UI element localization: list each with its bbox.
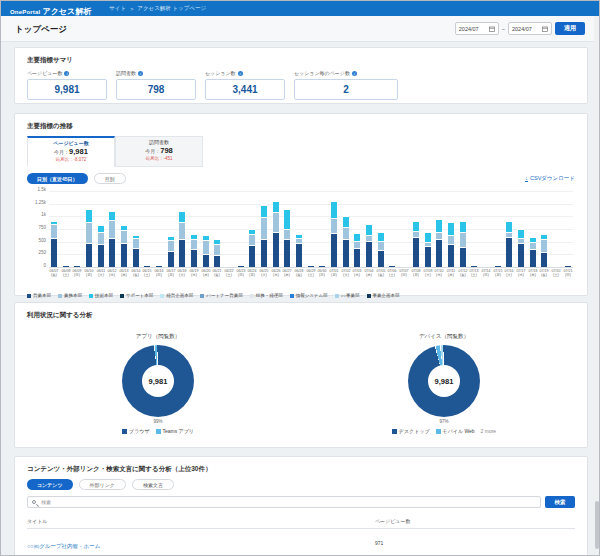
bar-06/20(木)[interactable] bbox=[203, 234, 209, 267]
content-link[interactable]: ○○㈱グループ社内報・ホーム bbox=[27, 543, 100, 549]
bar-segment bbox=[261, 217, 267, 239]
scrollbar-thumb[interactable] bbox=[595, 501, 599, 549]
bar-06/27(木)[interactable] bbox=[284, 208, 290, 267]
bar-06/26(水)[interactable] bbox=[273, 200, 279, 267]
bar-07/08(月)[interactable] bbox=[413, 220, 419, 267]
legend-item: パートナー営業部 bbox=[200, 293, 242, 298]
donut-device[interactable]: 9,981 bbox=[408, 345, 480, 417]
bar-06/17(月)[interactable] bbox=[168, 235, 174, 267]
filter-external-links[interactable]: 外部リンク bbox=[79, 479, 126, 490]
bar-07/17(水)[interactable] bbox=[518, 228, 524, 267]
bar-06/12(水)[interactable] bbox=[109, 210, 115, 267]
content-filter-tabs: コンテンツ 外部リンク 検索文言 bbox=[27, 479, 575, 490]
bar-06/23(日)[interactable] bbox=[238, 263, 244, 267]
x-tick: 06/13(木) bbox=[121, 269, 127, 281]
bar-07/12(金)[interactable] bbox=[460, 220, 466, 267]
bar-segment bbox=[413, 237, 419, 267]
bar-06/28(金)[interactable] bbox=[296, 233, 302, 267]
table-row: ○○㈱グループ社内報・ホーム 971 bbox=[27, 529, 575, 556]
bar-07/11(木)[interactable] bbox=[448, 221, 454, 267]
tab-visitors[interactable]: 訪問者数 今月：798 前月比：-451 bbox=[115, 136, 203, 167]
x-tick: 06/16(日) bbox=[156, 269, 162, 281]
bar-06/11(火)[interactable] bbox=[98, 224, 104, 267]
bar-07/14(日)[interactable] bbox=[483, 264, 489, 267]
legend-label: 業務本部 bbox=[64, 293, 82, 298]
table-header: タイトル ページビュー数 bbox=[27, 515, 575, 529]
x-tick: 06/12(水) bbox=[109, 269, 115, 281]
bar-06/10(月)[interactable] bbox=[86, 208, 92, 267]
bar-07/06(土)[interactable] bbox=[389, 263, 395, 267]
filter-contents[interactable]: コンテンツ bbox=[27, 479, 73, 490]
bar-06/16(日)[interactable] bbox=[156, 263, 162, 267]
bar-06/09(日)[interactable] bbox=[74, 263, 80, 267]
breadcrumb-site[interactable]: サイト bbox=[109, 5, 126, 12]
bar-07/18(木)[interactable] bbox=[530, 236, 536, 267]
legend-label: パートナー営業部 bbox=[206, 293, 242, 298]
search-input[interactable] bbox=[39, 498, 536, 506]
kpi-value: 3,441 bbox=[205, 79, 285, 100]
info-icon[interactable] bbox=[64, 71, 69, 76]
bar-06/18(火)[interactable] bbox=[179, 210, 185, 267]
info-icon[interactable] bbox=[238, 71, 243, 76]
bar-segment bbox=[168, 240, 174, 252]
bar-07/09(火)[interactable] bbox=[425, 231, 431, 267]
tab-pageviews[interactable]: ページビュー数 今月：9,981 前月比：-8,072 bbox=[27, 136, 115, 167]
search-button[interactable]: 検索 bbox=[545, 496, 575, 508]
page-head: トップページ 2024/07 ~ 2024/07 適用 bbox=[1, 16, 599, 42]
x-tick-label: 07/21(日) bbox=[563, 269, 572, 277]
info-icon[interactable] bbox=[352, 71, 357, 76]
bar-06/15(土)[interactable] bbox=[144, 263, 150, 267]
bar-07/19(金)[interactable] bbox=[541, 233, 547, 267]
legend-swatch bbox=[335, 294, 339, 298]
csv-download-link[interactable]: ↓CSVダウンロード bbox=[525, 175, 575, 182]
bar-segment bbox=[226, 266, 232, 267]
kpi-label: セッション数 bbox=[205, 70, 236, 76]
bar-06/30(日)[interactable] bbox=[319, 263, 325, 267]
bar-segment bbox=[98, 244, 104, 267]
bar-07/13(土)[interactable] bbox=[471, 263, 477, 267]
bar-06/25(火)[interactable] bbox=[261, 204, 267, 267]
bar-07/01(月)[interactable] bbox=[331, 200, 337, 267]
date-from-input[interactable]: 2024/07 bbox=[455, 22, 499, 35]
donut-app[interactable]: 9,981 bbox=[122, 345, 194, 417]
filter-search-terms[interactable]: 検索文言 bbox=[132, 479, 174, 490]
legend-label: 技術本部 bbox=[95, 293, 113, 298]
info-icon[interactable] bbox=[138, 71, 143, 76]
bar-segment bbox=[506, 237, 512, 267]
bar-06/24(月)[interactable] bbox=[249, 228, 255, 267]
bar-06/22(土)[interactable] bbox=[226, 264, 232, 267]
usage-title: 利用状況に関する分析 bbox=[27, 311, 587, 320]
bar-segment bbox=[51, 238, 57, 267]
bar-06/07(金)[interactable] bbox=[51, 220, 57, 267]
scrollbar[interactable] bbox=[594, 16, 599, 555]
x-tick-label: 07/15(月) bbox=[493, 269, 502, 277]
bar-06/13(木)[interactable] bbox=[121, 224, 127, 267]
x-tick-label: 07/18(木) bbox=[528, 269, 537, 277]
bar-07/15(月)[interactable] bbox=[495, 263, 501, 267]
bar-07/20(土)[interactable] bbox=[553, 264, 559, 267]
app-usage-chart: アプリ（閲覧数） 9,981 99% ブラウザTeams アプリ bbox=[15, 325, 301, 434]
bar-07/07(日)[interactable] bbox=[401, 264, 407, 267]
bar-06/08(土)[interactable] bbox=[63, 263, 69, 267]
calendar-icon bbox=[542, 26, 548, 32]
bar-07/10(水)[interactable] bbox=[436, 218, 442, 267]
date-to-input[interactable]: 2024/07 bbox=[508, 22, 552, 35]
bar-06/19(水)[interactable] bbox=[191, 233, 197, 267]
bar-07/05(金)[interactable] bbox=[378, 231, 384, 267]
legend-more-label[interactable]: 2 more bbox=[481, 428, 497, 434]
bar-07/03(水)[interactable] bbox=[354, 232, 360, 267]
bar-06/21(金)[interactable] bbox=[214, 238, 220, 267]
bar-07/04(木)[interactable] bbox=[366, 223, 372, 267]
toggle-daily[interactable]: 日別（直近45日） bbox=[27, 173, 88, 184]
bar-07/21(日)[interactable] bbox=[565, 263, 571, 267]
toggle-monthly[interactable]: 月別 bbox=[94, 173, 126, 184]
search-box[interactable] bbox=[27, 496, 541, 508]
apply-button[interactable]: 適用 bbox=[555, 22, 585, 35]
bar-06/14(金)[interactable] bbox=[133, 234, 139, 267]
x-tick: 06/10(月) bbox=[86, 269, 92, 281]
bar-07/02(火)[interactable] bbox=[343, 215, 349, 267]
x-tick: 06/15(土) bbox=[144, 269, 150, 281]
bar-07/16(火)[interactable] bbox=[506, 220, 512, 267]
bar-06/29(土)[interactable] bbox=[308, 263, 314, 267]
x-tick-label: 06/12(水) bbox=[108, 269, 117, 277]
